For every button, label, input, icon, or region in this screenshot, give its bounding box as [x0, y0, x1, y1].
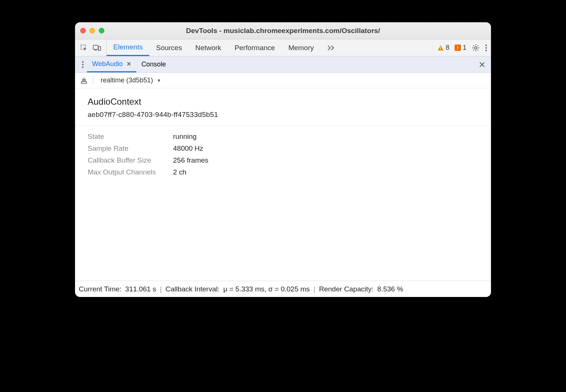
- devtools-window: DevTools - musiclab.chromeexperiments.co…: [75, 22, 491, 297]
- tab-sources[interactable]: Sources: [149, 39, 189, 56]
- svg-line-12: [478, 49, 478, 50]
- close-drawer-icon[interactable]: [479, 62, 485, 68]
- svg-point-6: [475, 46, 477, 49]
- toolbar-left-tools: [75, 39, 107, 56]
- drawer-tab-label: Console: [142, 61, 166, 68]
- warning-triangle-icon: [437, 45, 444, 51]
- prop-value-sample-rate: 48000 Hz: [173, 144, 478, 153]
- svg-point-17: [485, 50, 487, 51]
- status-render-capacity-label: Render Capacity:: [319, 285, 374, 293]
- context-selector-dropdown[interactable]: realtime (3d5b51) ▼: [98, 76, 163, 84]
- separator: |: [160, 285, 162, 293]
- svg-rect-5: [440, 49, 441, 50]
- status-render-capacity-value: 8.536 %: [377, 285, 403, 293]
- zoom-window-button[interactable]: [99, 28, 104, 33]
- svg-line-13: [473, 49, 474, 50]
- tab-memory[interactable]: Memory: [282, 39, 321, 56]
- svg-point-19: [82, 64, 84, 65]
- prop-key-max-output-channels: Max Output Channels: [88, 168, 173, 176]
- titlebar: DevTools - musiclab.chromeexperiments.co…: [75, 22, 491, 39]
- svg-point-18: [82, 61, 84, 63]
- svg-point-15: [485, 45, 487, 46]
- drawer-more-kebab-icon[interactable]: [79, 61, 87, 68]
- close-window-button[interactable]: [80, 28, 86, 33]
- svg-line-14: [478, 45, 478, 46]
- prop-key-callback-buffer-size: Callback Buffer Size: [88, 156, 173, 164]
- window-title: DevTools - musiclab.chromeexperiments.co…: [186, 27, 380, 35]
- chevrons-right-icon: [327, 45, 335, 51]
- svg-rect-1: [93, 45, 98, 49]
- device-toolbar-icon[interactable]: [93, 45, 101, 51]
- tab-performance[interactable]: Performance: [228, 39, 282, 56]
- dropdown-triangle-icon: ▼: [157, 78, 161, 83]
- prop-value-callback-buffer-size: 256 frames: [173, 156, 478, 164]
- more-tabs-button[interactable]: [321, 39, 342, 56]
- divider: [93, 76, 93, 85]
- garbage-collect-icon[interactable]: [80, 77, 88, 84]
- status-callback-interval-value: μ = 5.333 ms, σ = 0.025 ms: [223, 285, 310, 293]
- svg-line-11: [473, 45, 474, 46]
- svg-rect-2: [94, 50, 97, 50]
- warnings-count: 8: [446, 44, 449, 52]
- drawer-tab-console[interactable]: Console: [136, 56, 171, 72]
- warnings-badge[interactable]: 8: [437, 44, 449, 52]
- errors-badge[interactable]: ! 1: [455, 44, 466, 52]
- tab-network[interactable]: Network: [189, 39, 228, 56]
- svg-rect-3: [98, 46, 101, 50]
- minimize-window-button[interactable]: [90, 28, 95, 33]
- separator: |: [313, 285, 315, 293]
- prop-value-state: running: [173, 133, 478, 141]
- drawer-tab-label: WebAudio: [92, 60, 123, 68]
- audiocontext-properties: State running Sample Rate 48000 Hz Callb…: [88, 133, 478, 176]
- svg-point-16: [485, 47, 487, 49]
- audiocontext-title: AudioContext: [88, 97, 478, 107]
- window-controls: [80, 28, 104, 33]
- more-options-kebab-icon[interactable]: [485, 44, 487, 52]
- webaudio-toolbar: realtime (3d5b51) ▼: [75, 73, 491, 88]
- inspect-element-icon[interactable]: [80, 44, 88, 52]
- prop-key-state: State: [88, 133, 173, 141]
- toolbar-right: 8 ! 1: [437, 44, 487, 52]
- status-current-time-value: 311.061 s: [125, 285, 156, 293]
- svg-rect-21: [81, 82, 87, 84]
- tab-elements[interactable]: Elements: [107, 39, 149, 56]
- panel-tabs: Elements Sources Network Performance Mem…: [107, 39, 342, 56]
- webaudio-content: AudioContext aeb07ff7-c880-4703-944b-ff4…: [75, 88, 491, 281]
- prop-value-max-output-channels: 2 ch: [173, 168, 478, 176]
- svg-point-20: [82, 66, 84, 68]
- audiocontext-uuid: aeb07ff7-c880-4703-944b-ff47533d5b51: [88, 111, 478, 125]
- error-flag-icon: !: [455, 45, 461, 51]
- errors-count: 1: [463, 44, 466, 52]
- divider: [75, 125, 491, 126]
- drawer-tab-webaudio[interactable]: WebAudio: [87, 56, 136, 72]
- settings-gear-icon[interactable]: [472, 44, 480, 52]
- main-toolbar: Elements Sources Network Performance Mem…: [75, 39, 491, 56]
- svg-rect-4: [440, 47, 441, 49]
- close-tab-icon[interactable]: [126, 62, 131, 66]
- status-current-time-label: Current Time:: [79, 285, 121, 293]
- context-selector-label: realtime (3d5b51): [101, 76, 153, 84]
- prop-key-sample-rate: Sample Rate: [88, 144, 173, 153]
- status-bar: Current Time: 311.061 s | Callback Inter…: [75, 281, 491, 297]
- status-callback-interval-label: Callback Interval:: [166, 285, 220, 293]
- drawer-tabs: WebAudio Console: [75, 56, 491, 73]
